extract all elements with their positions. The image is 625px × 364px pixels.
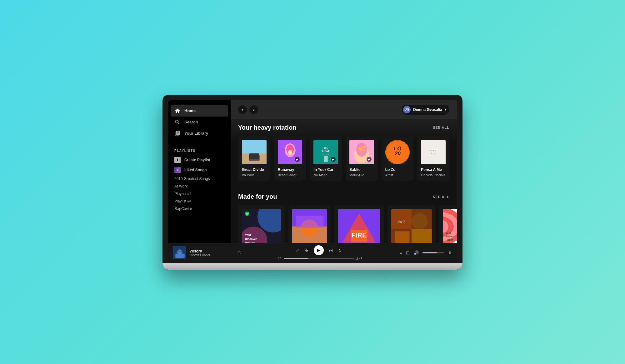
repeat-button[interactable]: ↻	[338, 248, 342, 253]
play-button[interactable]: ▶	[314, 245, 324, 255]
liked-songs-button[interactable]: ♥ Liked Songs	[168, 165, 231, 175]
sidebar-playlist-1[interactable]: 2019 Greatest Songs	[168, 175, 231, 182]
svg-rect-62	[175, 254, 185, 258]
card-daily-mix-1[interactable]: Your Daily Mix 1 Thifany Kauany, The…	[288, 205, 331, 242]
sidebar-search-label: Search	[184, 120, 198, 124]
sidebar-nav: Home Search Your Library	[168, 105, 231, 139]
heavy-rotation-see-all[interactable]: SEE ALL	[433, 126, 449, 129]
card-art-lo-zo: LO 20	[385, 140, 410, 165]
svg-text:PENSA: PENSA	[430, 149, 437, 152]
heavy-rotation-section: Your heavy rotation SEE ALL	[231, 119, 457, 188]
card-great-divide-title: Great Divide	[242, 167, 267, 172]
volume-icon[interactable]: 🔊	[413, 250, 419, 255]
now-playing-bar: Victory Steven Cooper ♡ ⇌ ⏮ ▶ ⏭ ↻ 1:02	[168, 243, 457, 263]
svg-point-18	[362, 149, 364, 151]
svg-text:20: 20	[394, 150, 401, 156]
card-in-your-car[interactable]: OK OKA ALONE ▶ In Your Car No Aloha	[310, 136, 342, 181]
sidebar: Home Search Your Library	[168, 100, 231, 243]
nav-back-button[interactable]: ‹	[238, 105, 247, 114]
create-playlist-button[interactable]: + Create Playlist	[168, 155, 231, 165]
top-bar: ‹ › DG Demna Gvasalia ▾	[231, 100, 457, 119]
card-sablier-title: Sablier	[349, 167, 374, 172]
progress-track[interactable]	[284, 258, 354, 259]
svg-point-17	[362, 146, 365, 147]
devices-icon[interactable]: ⊡	[406, 250, 410, 255]
svg-text:OKA: OKA	[322, 149, 330, 153]
progress-bar-container: 1:02 3:45	[272, 257, 366, 261]
sidebar-playlist-2[interactable]: At Work	[168, 182, 231, 190]
create-playlist-label: Create Playlist	[184, 158, 210, 162]
card-great-divide[interactable]: Great Divide Ira Wolf	[238, 136, 270, 181]
svg-text:OK: OK	[324, 146, 328, 149]
heart-button[interactable]: ♡	[238, 250, 242, 255]
svg-rect-44	[395, 232, 409, 243]
release-radar-text: YourReleaseRadar	[446, 231, 455, 242]
app-screen: Home Search Your Library	[168, 100, 457, 263]
add-playlist-icon: +	[174, 157, 181, 163]
user-name-label: Demna Gvasalia	[413, 107, 442, 112]
pensa-a-me-art-svg: PENSA A ME	[421, 140, 446, 165]
sidebar-item-library[interactable]: Your Library	[171, 128, 228, 139]
card-art-great-divide	[242, 140, 267, 165]
card-in-your-car-title: In Your Car	[313, 167, 338, 172]
card-runaway-title: Runaway	[278, 167, 302, 172]
nav-arrows: ‹ ›	[238, 105, 258, 114]
svg-rect-1	[242, 153, 267, 164]
playlists-section-label: PLAYLISTS	[168, 147, 231, 155]
sidebar-playlist-4[interactable]: Playlist #4	[168, 197, 231, 205]
fullscreen-icon[interactable]: ⬆	[448, 250, 452, 255]
card-lo-zo[interactable]: LO 20 Lo Zo Artist	[382, 136, 414, 181]
queue-icon[interactable]: ≡	[400, 250, 402, 255]
svg-point-45	[412, 213, 428, 229]
svg-text:A ME: A ME	[431, 152, 436, 155]
card-art-discover-weekly: YourDiscoverWeekly	[242, 209, 281, 242]
card-daily-mix-2[interactable]: FIRE Your Daily Mix 2 Daniela Picclau, A…	[334, 205, 384, 242]
now-playing-art-svg	[173, 246, 186, 259]
heavy-rotation-header: Your heavy rotation SEE ALL	[238, 119, 449, 131]
user-menu-button[interactable]: DG Demna Gvasalia ▾	[402, 105, 449, 115]
chevron-down-icon: ▾	[445, 108, 446, 111]
sidebar-item-home[interactable]: Home	[171, 105, 228, 117]
discover-weekly-overlay-text: YourDiscoverWeekly	[245, 233, 257, 242]
card-art-pensa-a-me: PENSA A ME	[421, 140, 446, 165]
now-playing-artist: Steven Cooper	[189, 253, 235, 257]
daily-mix-1-svg	[292, 209, 327, 242]
liked-songs-label: Liked Songs	[184, 168, 207, 172]
shuffle-button[interactable]: ⇌	[296, 248, 299, 253]
user-avatar: DG	[403, 106, 411, 113]
card-pensa-a-me-title: Pensa A Me	[421, 167, 446, 172]
now-playing-title: Victory	[189, 249, 235, 253]
sidebar-item-search[interactable]: Search	[171, 117, 228, 128]
card-art-daily-mix-2: FIRE	[338, 209, 380, 242]
library-icon	[174, 130, 181, 137]
sidebar-playlist-3[interactable]: Playlist #2	[168, 190, 231, 197]
heavy-rotation-title: Your heavy rotation	[238, 124, 296, 131]
card-sablier[interactable]: ▶ Sablier Marie-Clo	[346, 136, 378, 181]
now-playing-left: Victory Steven Cooper ♡	[173, 246, 242, 259]
svg-rect-36	[296, 216, 323, 228]
daily-mix-3-svg: Mix 3	[391, 209, 432, 242]
card-runaway[interactable]: ▶ Runaway Beast Coast	[274, 136, 306, 181]
card-release-radar[interactable]: YourReleaseRadar Your Release Radar Made…	[439, 205, 457, 242]
svg-text:FIRE: FIRE	[352, 232, 367, 239]
main-content: ‹ › DG Demna Gvasalia ▾ Your heavy rotat…	[231, 100, 457, 243]
made-for-you-title: Made for you	[238, 193, 277, 200]
nav-forward-button[interactable]: ›	[249, 105, 258, 114]
card-lo-zo-title: Lo Zo	[385, 167, 410, 172]
made-for-you-header: Made for you SEE ALL	[238, 188, 449, 200]
card-in-your-car-subtitle: No Aloha	[313, 173, 338, 177]
prev-button[interactable]: ⏮	[304, 248, 309, 253]
card-sablier-subtitle: Marie-Clo	[349, 173, 374, 177]
now-playing-art	[173, 246, 186, 259]
card-daily-mix-3[interactable]: Mix 3 Your Daily Mix 3 Alan Gogoli, Ward…	[388, 205, 436, 242]
card-art-sablier: ▶	[349, 140, 374, 165]
next-button[interactable]: ⏭	[329, 248, 333, 253]
heavy-rotation-grid: Great Divide Ira Wolf	[238, 136, 449, 181]
card-discover-weekly[interactable]: YourDiscoverWeekly Your Discover Weekly	[238, 205, 285, 242]
sidebar-library-label: Your Library	[184, 131, 208, 136]
volume-bar[interactable]	[422, 252, 444, 253]
made-for-you-see-all[interactable]: SEE ALL	[433, 195, 449, 199]
now-playing-center: ⇌ ⏮ ▶ ⏭ ↻ 1:02 3:45	[242, 245, 396, 261]
card-pensa-a-me[interactable]: PENSA A ME Pensa A Me Daniela Picclau	[417, 136, 449, 181]
sidebar-playlist-5[interactable]: RapCaviar	[168, 205, 231, 212]
